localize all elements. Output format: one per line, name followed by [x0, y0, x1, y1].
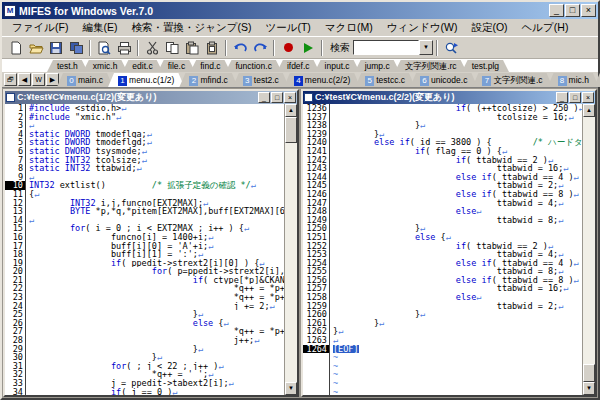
left-vertical-scrollbar[interactable]: ▲▼ [284, 104, 297, 395]
code-text: }↵ [330, 327, 582, 336]
window-list-button[interactable]: 🗗 [4, 73, 17, 86]
cut-button[interactable] [142, 38, 162, 58]
menu-item-4[interactable]: マクロ(M) [318, 20, 380, 36]
doc-tab-文字列関連.rc[interactable]: 文字列関連.rc [395, 60, 467, 72]
right-pane-minimize-button[interactable]: _ [556, 92, 568, 103]
scroll-down-button[interactable]: ▼ [583, 382, 595, 395]
window-close-button[interactable]: × [581, 4, 596, 17]
code-text: if( ttabwid == 2 )↵ [330, 156, 582, 165]
left-pane-titlebar[interactable]: C:¥test¥C¥menu.c(1/2)(変更あり) _□× [5, 91, 297, 104]
code-text: ttabwid = 16;↵ [330, 164, 582, 173]
menu-item-6[interactable]: 設定(O) [464, 20, 514, 36]
left-pane-minimize-button[interactable]: _ [258, 92, 270, 103]
doc-tab-文字列関連.c[interactable]: 7文字列関連.c [472, 73, 552, 87]
code-line: 1260 }↵ [303, 310, 582, 319]
save-all-button[interactable] [66, 38, 86, 58]
code-text: ↵ [26, 173, 284, 182]
doc-tab-mic.h[interactable]: 8mic.h [548, 73, 599, 87]
code-line: 1246 else if( ttabwid == 8 )↵ [303, 190, 582, 199]
search-combo-dropdown-button[interactable]: ▼ [419, 40, 433, 55]
menu-item-5[interactable]: ウィンドウ(W) [380, 20, 465, 36]
doc-tab-test.h[interactable]: test.h [47, 60, 88, 72]
doc-tab-testcc.c[interactable]: 5testcc.c [355, 73, 415, 87]
scroll-down-button[interactable]: ▼ [285, 382, 297, 395]
overscan-mark: ~ [330, 362, 582, 371]
code-line: 1252 if( ttabwid == 2 )↵ [303, 242, 582, 251]
code-text: *q++ = ' ';↵ [26, 370, 284, 379]
save-button[interactable] [46, 38, 66, 58]
code-text: #include "xmic.h"↵ [26, 113, 284, 122]
copy-button[interactable] [162, 38, 182, 58]
doc-tab-ifdef.c[interactable]: ifdef.c [277, 60, 320, 72]
open-file-button[interactable] [26, 38, 46, 58]
tab-number-badge: 8 [558, 76, 567, 86]
right-vertical-scrollbar[interactable]: ▲▼ [582, 104, 595, 395]
code-text: {↵ [26, 190, 284, 199]
doc-tab-jump.c[interactable]: jump.c [355, 60, 400, 72]
find-next-button[interactable] [441, 38, 461, 58]
doc-tab-input.c[interactable]: input.c [315, 60, 360, 72]
menu-item-1[interactable]: 編集(E) [75, 20, 124, 36]
prev-tab-button[interactable]: ◀ [18, 73, 31, 86]
tab-label: main.c [78, 75, 103, 85]
macro-play-button[interactable] [298, 38, 318, 58]
doc-tab-find.c[interactable]: find.c [190, 60, 230, 72]
redo-button[interactable] [250, 38, 270, 58]
menu-item-3[interactable]: ツール(T) [258, 20, 317, 36]
code-line: 1257 ttabwid = 16;↵ [303, 284, 582, 293]
tab-number-badge: 0 [67, 76, 76, 86]
code-text: ttabwid = 4;↵ [330, 199, 582, 208]
toolbar-separator [273, 40, 275, 56]
toolbar-separator [137, 40, 139, 56]
mifes-window: M MIFES for Windows Ver.7.0 _□× ファイル(F)編… [0, 0, 600, 400]
left-code-area[interactable]: 1#include <stdio.h>↵2#include "xmic.h"↵3… [5, 104, 284, 395]
menu-item-0[interactable]: ファイル(F) [5, 20, 75, 36]
search-input[interactable] [353, 40, 419, 55]
undo-button[interactable] [230, 38, 250, 58]
macro-record-button[interactable] [278, 38, 298, 58]
code-line: 19 if( ppedit->strext2[i][0] ) {↵ [5, 259, 284, 268]
scroll-up-button[interactable]: ▲ [285, 104, 297, 117]
left-pane-close-button[interactable]: × [284, 92, 296, 103]
scroll-up-button[interactable]: ▲ [583, 104, 595, 117]
right-pane-maximize-button[interactable]: □ [569, 92, 581, 103]
scroll-thumb[interactable] [583, 364, 595, 382]
right-pane-titlebar[interactable]: C:¥test¥C¥menu.c(2/2)(変更あり) _□× [303, 91, 595, 104]
code-text: for( ; j < 22 ; j++ )↵ [26, 362, 284, 371]
app-titlebar[interactable]: M MIFES for Windows Ver.7.0 _□× [2, 2, 598, 19]
scroll-track[interactable] [583, 117, 595, 364]
code-text: *q++ = *p++;↵ [26, 293, 284, 302]
window-mode-button[interactable]: W [32, 73, 45, 86]
menu-item-7[interactable]: ヘルプ(H) [515, 20, 576, 36]
doc-tab-function.c[interactable]: function.c [226, 60, 282, 72]
doc-tab-unicode.c[interactable]: 6unicode.c [410, 73, 477, 87]
scroll-track[interactable] [285, 143, 297, 382]
window-minimize-button[interactable]: _ [549, 4, 564, 17]
right-pane-close-button[interactable]: × [582, 92, 594, 103]
doc-tab-test2.c[interactable]: 3test2.c [233, 73, 289, 87]
right-code-area[interactable]: 1236 if( (++tcolsize) > 250 )↵1237 tcols… [303, 104, 582, 395]
print-preview-button[interactable] [94, 38, 114, 58]
doc-tab-xmic.h[interactable]: xmic.h [83, 60, 128, 72]
scroll-thumb[interactable] [285, 117, 297, 143]
window-maximize-button[interactable]: □ [565, 4, 580, 17]
doc-tab-mfind.c[interactable]: 2mfind.c [179, 73, 237, 87]
print-button[interactable] [114, 38, 134, 58]
next-tab-button[interactable]: ▶ [46, 73, 59, 86]
doc-tab-test.plg[interactable]: test.plg [462, 60, 509, 72]
code-text: buff[i][1] = ':';↵ [26, 250, 284, 259]
doc-tab-menu.c(2/2)[interactable]: 4menu.c(2/2) [284, 73, 360, 87]
code-line: 1258 else↵ [303, 293, 582, 302]
doc-tab-edit.c[interactable]: edit.c [122, 60, 162, 72]
code-text: tcolsize = 16;↵ [330, 113, 582, 122]
paste-special-button[interactable] [182, 38, 202, 58]
code-text: else↵ [330, 293, 582, 302]
menu-item-2[interactable]: 検索・置換・ジャンプ(S) [124, 20, 258, 36]
tab-number-badge: 1 [118, 76, 127, 86]
paste-button[interactable] [202, 38, 222, 58]
doc-tab-main.c[interactable]: 0main.c [57, 73, 113, 87]
doc-tab-menu.c(1/2)[interactable]: 1menu.c(1/2) [108, 73, 184, 87]
left-pane-maximize-button[interactable]: □ [271, 92, 283, 103]
doc-tab-file.c[interactable]: file.c [158, 60, 195, 72]
new-file-button[interactable] [6, 38, 26, 58]
